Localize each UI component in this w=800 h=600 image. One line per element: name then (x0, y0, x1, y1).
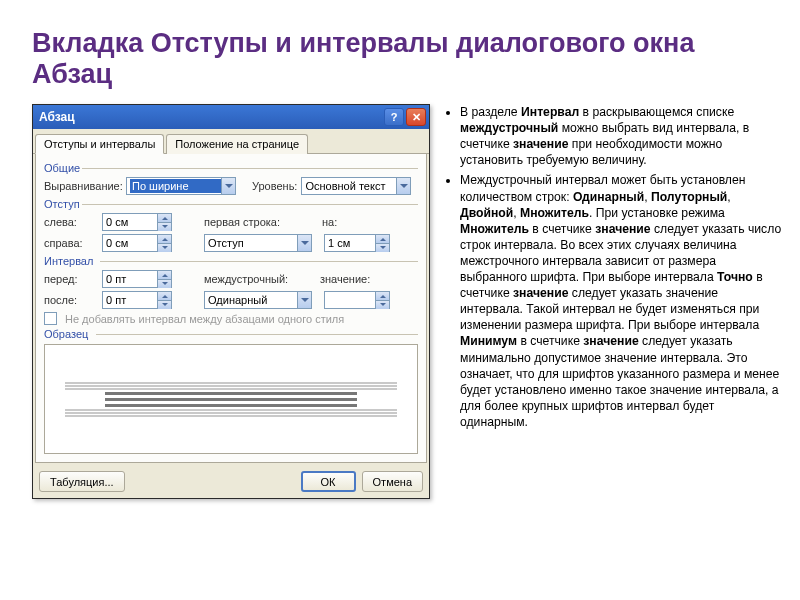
chevron-down-icon (297, 292, 311, 308)
paragraph-dialog: Абзац ? ✕ Отступы и интервалы Положение … (32, 104, 430, 499)
linespacing-label: междустрочный: (204, 273, 292, 285)
at-spin[interactable] (324, 291, 390, 309)
firstline-label: первая строка: (204, 216, 290, 228)
chevron-down-icon (221, 178, 235, 194)
slide-title: Вкладка Отступы и интервалы диалогового … (32, 28, 782, 90)
tab-strip: Отступы и интервалы Положение на страниц… (33, 129, 429, 154)
close-icon[interactable]: ✕ (406, 108, 426, 126)
chevron-down-icon (396, 178, 410, 194)
tab-indents[interactable]: Отступы и интервалы (35, 134, 164, 154)
after-label: после: (44, 294, 98, 306)
tab-position[interactable]: Положение на странице (166, 134, 308, 154)
level-label: Уровень: (252, 180, 297, 192)
help-icon[interactable]: ? (384, 108, 404, 126)
align-combo[interactable]: По ширине (126, 177, 236, 195)
group-general: Общие (44, 162, 418, 174)
bullet-item: В разделе Интервал в раскрывающемся спис… (460, 104, 782, 168)
bullet-item: Междустрочный интервал может быть устано… (460, 172, 782, 430)
preview-box (44, 344, 418, 454)
group-indent: Отступ (44, 198, 418, 210)
by-label: на: (322, 216, 337, 228)
dialog-title: Абзац (39, 110, 382, 124)
no-add-checkbox[interactable] (44, 312, 57, 325)
indent-left-spin[interactable]: 0 см (102, 213, 172, 231)
align-label: Выравнивание: (44, 180, 122, 192)
bullet-list: В разделе Интервал в раскрывающемся спис… (444, 104, 782, 499)
tabs-button[interactable]: Табуляция... (39, 471, 125, 492)
group-spacing: Интервал (44, 255, 418, 267)
chevron-down-icon (297, 235, 311, 251)
title-bar: Абзац ? ✕ (33, 105, 429, 129)
before-spin[interactable]: 0 пт (102, 270, 172, 288)
ok-button[interactable]: ОК (301, 471, 356, 492)
no-add-label: Не добавлять интервал между абзацами одн… (65, 313, 344, 325)
indent-right-label: справа: (44, 237, 98, 249)
indent-right-spin[interactable]: 0 см (102, 234, 172, 252)
by-spin[interactable]: 1 см (324, 234, 390, 252)
linespacing-combo[interactable]: Одинарный (204, 291, 312, 309)
level-combo[interactable]: Основной текст (301, 177, 411, 195)
button-row: Табуляция... ОК Отмена (33, 465, 429, 498)
cancel-button[interactable]: Отмена (362, 471, 423, 492)
after-spin[interactable]: 0 пт (102, 291, 172, 309)
firstline-combo[interactable]: Отступ (204, 234, 312, 252)
group-preview: Образец (44, 328, 418, 340)
at-label: значение: (320, 273, 370, 285)
before-label: перед: (44, 273, 98, 285)
indent-left-label: слева: (44, 216, 98, 228)
